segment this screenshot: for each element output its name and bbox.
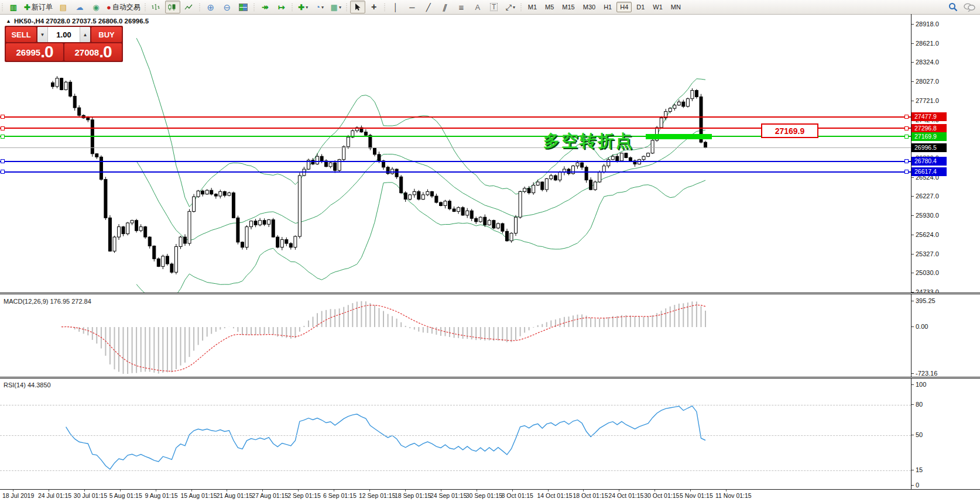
price-level-line[interactable]: [0, 147, 911, 148]
indicators-icon: ✚: [298, 4, 304, 11]
price-tick: 25327.0: [916, 250, 939, 257]
highlight-green-bar[interactable]: [646, 134, 712, 139]
cursor-button[interactable]: [350, 1, 365, 13]
toolbox-button[interactable]: ▤: [56, 1, 71, 13]
candle-body: [430, 191, 433, 196]
trendline-button[interactable]: ╱: [421, 1, 436, 13]
timeframe-H4[interactable]: H4: [616, 2, 632, 12]
channel-button[interactable]: ∥: [437, 1, 453, 13]
auto-scroll-button[interactable]: ↠: [258, 1, 273, 13]
price-level-tag[interactable]: 26617.4: [912, 167, 947, 176]
new-chart-button[interactable]: ▥: [6, 1, 21, 13]
candle-body: [620, 153, 623, 161]
buy-button[interactable]: BUY: [91, 27, 122, 42]
toolbar-grip[interactable]: [252, 2, 256, 12]
line-handle[interactable]: [904, 126, 909, 130]
text-button[interactable]: A: [470, 1, 485, 13]
toolbar-grip[interactable]: [345, 2, 349, 12]
price-callout-box[interactable]: 27169.9: [761, 123, 818, 138]
community-button[interactable]: ☁: [72, 1, 87, 13]
search-icon[interactable]: [948, 2, 958, 12]
zoom-out-button[interactable]: ⊖: [220, 1, 235, 13]
line-handle[interactable]: [904, 170, 909, 174]
candle-body: [616, 156, 619, 161]
indicators-button[interactable]: ✚▾: [296, 1, 311, 13]
toolbar-grip[interactable]: [383, 2, 387, 12]
toolbar-grip[interactable]: [290, 2, 294, 12]
timeframe-M30[interactable]: M30: [580, 2, 599, 12]
line-handle[interactable]: [1, 159, 5, 163]
zoom-in-button[interactable]: ⊕: [203, 1, 218, 13]
price-level-line[interactable]: [0, 171, 911, 173]
volume-increase-button[interactable]: ▲: [80, 27, 90, 42]
bollinger-upper-band: [136, 38, 705, 207]
candle-body: [470, 211, 473, 218]
line-handle[interactable]: [904, 159, 909, 163]
crosshair-button[interactable]: +: [366, 1, 382, 13]
toolbar-grip[interactable]: [198, 2, 202, 12]
periods-button[interactable]: ◔▾: [312, 1, 327, 13]
price-level-line[interactable]: [0, 116, 911, 118]
shapes-button[interactable]: ⤢▾: [503, 1, 518, 13]
price-level-tag[interactable]: 27296.8: [912, 124, 947, 133]
candle-body: [254, 221, 257, 225]
time-axis[interactable]: 18 Jul 201924 Jul 01:1530 Jul 01:155 Aug…: [0, 490, 980, 502]
candle-body: [320, 156, 323, 161]
line-handle[interactable]: [1, 126, 5, 130]
timeframe-M15[interactable]: M15: [558, 2, 578, 12]
price-chart[interactable]: [0, 14, 911, 293]
timeframe-M5[interactable]: M5: [542, 2, 557, 12]
text-label-button[interactable]: T: [486, 1, 502, 13]
candlestick-chart-button[interactable]: [165, 1, 180, 13]
one-click-collapse-toggle[interactable]: ▲: [6, 18, 11, 24]
time-tick-label: 24 Oct 01:15: [608, 492, 643, 499]
price-level-tag[interactable]: 26780.4: [912, 157, 947, 166]
macd-panel[interactable]: [0, 294, 911, 377]
toolbar-grip[interactable]: [1, 2, 5, 12]
buy-price[interactable]: 27008.0: [64, 43, 122, 61]
chart-shift-button[interactable]: ↦: [274, 1, 289, 13]
price-level-tag[interactable]: 26996.5: [912, 143, 947, 152]
volume-decrease-button[interactable]: ▼: [37, 27, 48, 42]
sell-price[interactable]: 26995.0: [6, 43, 63, 61]
new-order-button[interactable]: ✚ 新订单: [22, 1, 54, 13]
candle-body: [334, 163, 337, 170]
toolbar-grip[interactable]: [143, 2, 148, 12]
bar-chart-button[interactable]: [149, 1, 164, 13]
line-handle[interactable]: [1, 135, 5, 139]
timeframe-D1[interactable]: D1: [633, 2, 648, 12]
timeframe-W1[interactable]: W1: [649, 2, 666, 12]
rsi-panel[interactable]: [0, 379, 911, 489]
line-chart-button[interactable]: [181, 1, 197, 13]
price-level-tag[interactable]: 27477.9: [912, 112, 947, 121]
panel-separator[interactable]: [0, 293, 980, 294]
volume-field[interactable]: 1.00: [48, 27, 80, 42]
signals-icon: ◉: [92, 4, 99, 11]
candle-body: [118, 227, 121, 238]
timeframe-MN[interactable]: MN: [667, 2, 684, 12]
toolbar-grip[interactable]: [519, 2, 523, 12]
panel-separator[interactable]: [0, 377, 980, 379]
timeframe-M1[interactable]: M1: [525, 2, 540, 12]
line-handle[interactable]: [904, 135, 909, 139]
line-handle[interactable]: [1, 115, 5, 119]
line-handle[interactable]: [904, 115, 909, 119]
fibonacci-button[interactable]: ≡: [454, 1, 469, 13]
timeframe-H1[interactable]: H1: [600, 2, 615, 12]
chat-icon[interactable]: [964, 3, 975, 12]
macd-label: MACD(12,26,9) 176.95 272.84: [4, 298, 91, 305]
chart-annotation-text[interactable]: 多空转折点: [543, 130, 634, 152]
horizontal-line-button[interactable]: ─: [405, 1, 420, 13]
line-handle[interactable]: [1, 170, 5, 174]
templates-button[interactable]: ▦▾: [328, 1, 344, 13]
tile-windows-button[interactable]: [236, 1, 251, 13]
autotrade-button[interactable]: ● 自动交易: [105, 1, 142, 13]
sell-button[interactable]: SELL: [6, 27, 36, 42]
price-level-tag[interactable]: 27169.9: [912, 132, 947, 141]
price-level-line[interactable]: [0, 161, 911, 162]
time-tick-mark: [655, 490, 655, 491]
candle-body: [347, 137, 349, 146]
vertical-line-button[interactable]: │: [388, 1, 403, 13]
signals-button[interactable]: ◉: [88, 1, 104, 13]
time-tick-mark: [156, 490, 156, 491]
